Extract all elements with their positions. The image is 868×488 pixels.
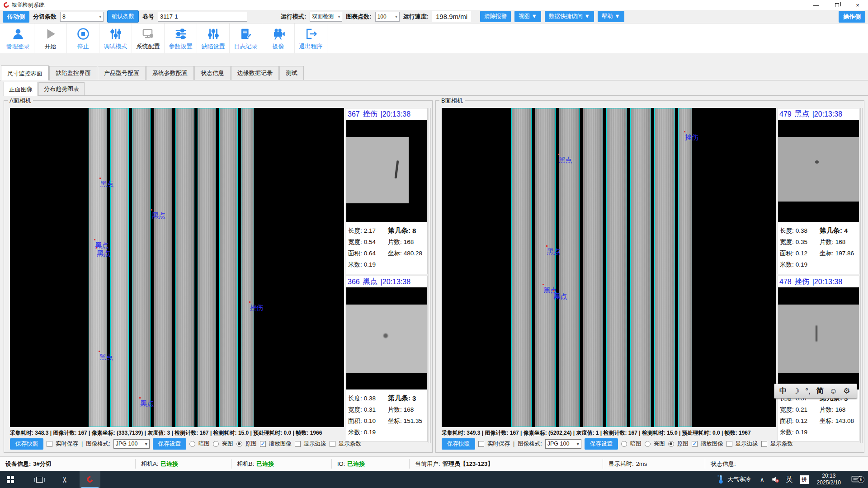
ime-settings-icon[interactable]: ⚙ — [843, 386, 850, 396]
camera-b-title: B面相机 — [439, 97, 465, 105]
subtab-1[interactable]: 分布趋势图表 — [38, 82, 85, 95]
run-mode-select[interactable]: 双面检测 ▾ — [310, 12, 342, 22]
tool-log-edit-button[interactable]: 日志记录 — [230, 23, 262, 53]
tool-monitor-gear-button[interactable]: 系统配置 — [132, 23, 165, 53]
stat-label: 宽度: — [780, 406, 794, 414]
defect-type: 黑点 — [795, 109, 809, 119]
ime-mode-indicator[interactable]: 拼 — [800, 475, 809, 484]
operation-side-button[interactable]: 操作侧 — [839, 11, 865, 23]
tool-camera-button[interactable]: 摄像 — [262, 23, 295, 53]
speed-label: 运行速度: — [403, 13, 429, 21]
tab-2[interactable]: 产品型号配置 — [98, 66, 146, 80]
tab-4[interactable]: 状态信息 — [194, 66, 231, 80]
defect-stat: 宽度:0.54 — [348, 236, 388, 248]
image-mode-radio-2[interactable] — [236, 441, 242, 447]
tab-0[interactable]: 尺寸监控界面 — [1, 66, 49, 80]
image-option-checkbox-2[interactable] — [761, 441, 767, 447]
image-format-label: 图像格式: — [518, 440, 542, 448]
maximize-button[interactable] — [826, 0, 847, 10]
defect-stat: 第几条:4 — [820, 225, 857, 236]
image-format-select[interactable]: JPG 100▾ — [113, 439, 150, 449]
camera-icon — [272, 27, 285, 41]
volume-muted-button[interactable] — [769, 475, 782, 484]
defect-card: 367挫伤|20:13:38长度:2.17第几条:8宽度:0.54片数:168面… — [346, 108, 428, 274]
defect-type: 挫伤 — [795, 277, 809, 286]
save-snapshot-button[interactable]: 保存快照 — [10, 438, 43, 450]
weather-widget[interactable]: 天气寒冷 — [712, 474, 755, 484]
confirm-strips-button[interactable]: 确认条数 — [107, 10, 139, 23]
realtime-save-checkbox[interactable] — [478, 441, 484, 447]
defect-overlay-label: 黑点 — [547, 248, 561, 256]
image-mode-radio-2[interactable] — [668, 441, 674, 447]
minimize-button[interactable]: — — [806, 0, 826, 10]
ime-lang-cn[interactable]: 中 — [779, 386, 787, 396]
chevron-down-icon: ▾ — [577, 441, 579, 446]
tool-label: 系统配置 — [137, 42, 160, 51]
image-format-select[interactable]: JPG 100▾ — [545, 439, 581, 449]
image-option-checkbox-2[interactable] — [330, 441, 335, 447]
tool-sliders-h-button[interactable]: 参数设置 — [165, 23, 197, 53]
data-quick-access-button[interactable]: 数据快捷访问 ▼ — [545, 11, 594, 22]
tool-sliders-v2-button[interactable]: 缺陷设置 — [197, 23, 230, 53]
save-snapshot-button[interactable]: 保存快照 — [442, 438, 475, 450]
roll-input[interactable] — [158, 12, 247, 22]
defect-id: 479 — [779, 110, 792, 118]
tool-exit-button[interactable]: 退出程序 — [295, 23, 327, 53]
image-option-checkbox-0[interactable]: ✓ — [260, 441, 266, 447]
strip-count-select[interactable]: 8 ▾ — [60, 12, 104, 22]
weather-text: 天气寒冷 — [727, 475, 751, 483]
image-mode-radio-0[interactable] — [621, 441, 627, 447]
scrollbar[interactable] — [429, 108, 431, 443]
stat-label: 坐标: — [388, 249, 402, 258]
speed-value: 198.9m/mi — [432, 11, 471, 22]
realtime-save-checkbox[interactable] — [47, 441, 52, 447]
monitor-gear-icon — [142, 27, 155, 41]
tool-play-button[interactable]: 开始 — [34, 23, 67, 53]
image-mode-radio-1[interactable] — [213, 441, 219, 447]
vision-app-taskbar-button[interactable] — [80, 471, 100, 488]
clear-alarm-button[interactable]: 清除报警 — [480, 11, 511, 22]
tool-stop-button[interactable]: 停止 — [67, 23, 99, 53]
tool-label: 缺陷设置 — [202, 42, 225, 51]
stat-label: 片数: — [820, 238, 834, 246]
view-menu-button[interactable]: 视图 ▼ — [514, 11, 541, 22]
save-settings-button[interactable]: 保存设置 — [585, 438, 618, 450]
ime-moon-icon[interactable]: ☽ — [793, 386, 799, 396]
tool-sliders-v-button[interactable]: 调试模式 — [99, 23, 132, 53]
close-button[interactable]: × — [847, 0, 868, 10]
stat-label: 宽度: — [348, 238, 362, 246]
defect-stat: 宽度:0.21 — [780, 404, 820, 415]
help-menu-button[interactable]: 帮助 ▼ — [598, 11, 624, 22]
image-mode-radio-0[interactable] — [189, 441, 195, 447]
image-option-label-0: 缩放图像 — [269, 440, 292, 448]
tool-user-button[interactable]: 管理登录 — [2, 23, 34, 53]
image-option-checkbox-1[interactable] — [726, 441, 732, 447]
save-settings-button[interactable]: 保存设置 — [153, 438, 186, 450]
vision-app-icon — [85, 475, 94, 483]
language-indicator[interactable]: 英 — [783, 475, 796, 484]
snipping-tool-button[interactable]: ✂ — [54, 471, 75, 488]
subtab-0[interactable]: 正面图像 — [4, 82, 38, 96]
tab-1[interactable]: 缺陷监控界面 — [49, 66, 97, 80]
image-mode-radio-1[interactable] — [645, 441, 651, 447]
start-button[interactable] — [0, 471, 21, 488]
task-view-button[interactable] — [29, 471, 50, 488]
defect-stat: 片数:168 — [820, 236, 857, 248]
clock-widget[interactable]: 20:13 2025/2/10 — [813, 473, 844, 486]
defect-stat: 面积:0.64 — [348, 248, 388, 259]
ime-simplified[interactable]: 简 — [816, 386, 824, 396]
image-option-checkbox-1[interactable] — [295, 441, 301, 447]
chart-points-select[interactable]: 100 ▾ — [375, 12, 400, 22]
tab-6[interactable]: 测试 — [279, 66, 304, 80]
action-center-button[interactable]: 6 — [846, 475, 865, 484]
image-option-checkbox-0[interactable]: ✓ — [692, 441, 698, 447]
tab-3[interactable]: 系统参数配置 — [146, 66, 194, 80]
tray-expand-button[interactable]: ∧ — [757, 476, 767, 483]
ime-punct-icon[interactable]: °, — [805, 387, 811, 396]
transmission-side-button[interactable]: 传动侧 — [3, 11, 29, 23]
tab-5[interactable]: 边缘数据记录 — [231, 66, 279, 80]
defect-stat: 坐标:143.08 — [820, 415, 857, 427]
scrollbar[interactable] — [860, 108, 863, 443]
ime-emoji-icon[interactable]: ☺ — [830, 387, 837, 396]
stat-label: 第几条: — [820, 226, 842, 235]
